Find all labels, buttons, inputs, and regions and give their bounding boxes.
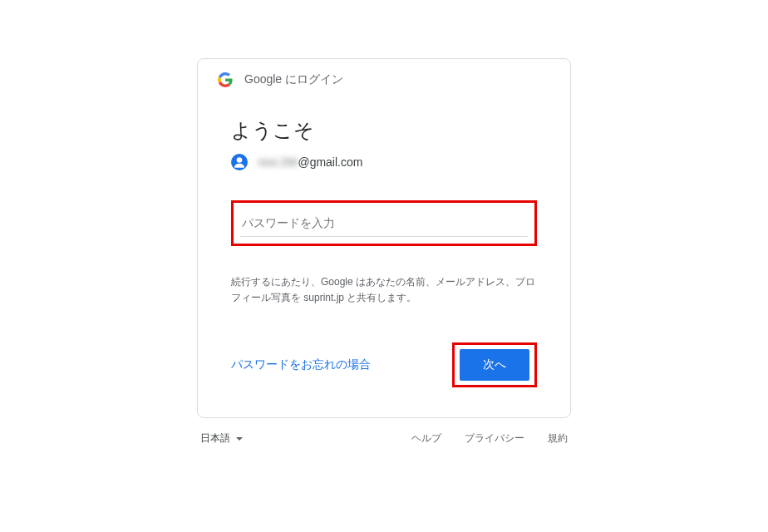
footer: 日本語 ヘルプ プライバシー 規約 (197, 431, 571, 446)
footer-links: ヘルプ プライバシー 規約 (411, 431, 568, 446)
card-header: Google にログイン (198, 59, 570, 97)
privacy-link[interactable]: プライバシー (465, 431, 524, 446)
header-title: Google にログイン (244, 72, 343, 87)
account-identifier[interactable]: nisri.286@gmail.com (231, 154, 537, 170)
terms-link[interactable]: 規約 (548, 431, 568, 446)
next-button[interactable]: 次へ (460, 349, 529, 381)
forgot-password-link[interactable]: パスワードをお忘れの場合 (231, 357, 371, 372)
chevron-down-icon (235, 435, 244, 443)
welcome-heading: ようこそ (231, 117, 537, 144)
email-local-masked: nisri.286 (258, 155, 298, 169)
signin-card: Google にログイン ようこそ nisri.286@gmail.com 続行… (197, 58, 571, 418)
next-highlight-frame: 次へ (452, 342, 537, 387)
password-input[interactable] (240, 209, 528, 237)
password-highlight-frame (231, 200, 537, 246)
svg-point-1 (237, 157, 243, 163)
account-email: nisri.286@gmail.com (258, 155, 362, 169)
card-body: ようこそ nisri.286@gmail.com 続行するにあたり、Google… (198, 97, 570, 417)
google-logo-icon (218, 72, 233, 87)
language-picker[interactable]: 日本語 (200, 431, 244, 446)
email-domain: @gmail.com (298, 155, 362, 169)
disclosure-text: 続行するにあたり、Google はあなたの名前、メールアドレス、プロフィール写真… (231, 274, 537, 306)
language-label: 日本語 (200, 431, 230, 446)
avatar-icon (231, 154, 248, 170)
help-link[interactable]: ヘルプ (411, 431, 441, 446)
actions-row: パスワードをお忘れの場合 次へ (231, 342, 537, 387)
